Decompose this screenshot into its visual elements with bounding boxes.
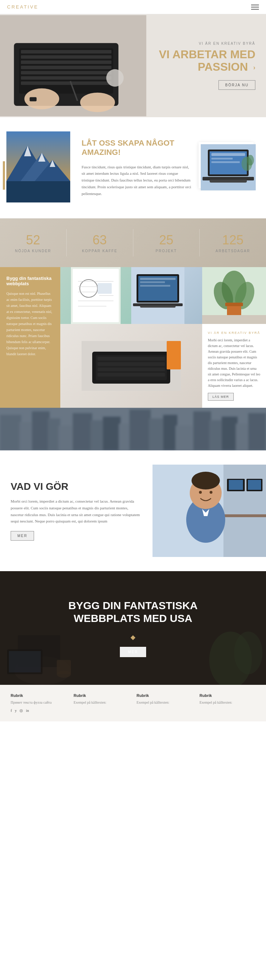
stat-number-1: 52 [3, 233, 63, 248]
create-center-content: LÅT OSS SKAPA NÅGOTAMAZING! Fusce tincid… [71, 131, 199, 204]
svg-rect-58 [98, 373, 165, 377]
stat-item-4: 125 ARBETSDAGAR [200, 229, 266, 256]
build-right-panel: VI ÄR EN KREATIV BYRÅ Morbi orci lorem, … [202, 267, 266, 408]
hamburger-line-1 [251, 5, 259, 5]
dark-more-button[interactable]: MER [120, 647, 146, 657]
svg-rect-59 [167, 341, 181, 369]
svg-rect-8 [21, 76, 111, 80]
social-linkedin[interactable]: in [26, 708, 29, 713]
hamburger-line-3 [251, 9, 259, 10]
hero-section: VI ÄR EN KREATIV BYRÅ VI ARBETAR MEDPASS… [0, 14, 266, 117]
stat-label-1: NÖJDA KUNDER [3, 249, 63, 253]
footer-col-4: Rubrik Exempel på källtexten: [196, 694, 259, 713]
svg-rect-51 [140, 305, 176, 308]
build-right-text: VI ÄR EN KREATIV BYRÅ Morbi orci lorem, … [202, 324, 266, 408]
hero-title: VI ARBETAR MEDPASSION › [159, 48, 255, 73]
site-footer: Rubrik Примет текста фулла сайта f y ◎ i… [0, 685, 266, 721]
arrow-icon: › [253, 64, 255, 72]
hero-subtitle: VI ÄR EN KREATIV BYRÅ [159, 41, 255, 46]
read-more-button[interactable]: LÄS MER [208, 393, 234, 401]
create-image-right [199, 131, 266, 204]
footer-title-4: Rubrik [200, 694, 256, 698]
svg-rect-4 [21, 56, 111, 59]
mountain-image [6, 131, 70, 202]
site-logo: CREATIVE [7, 4, 38, 10]
mountain-svg [6, 131, 70, 202]
svg-rect-64 [227, 304, 241, 317]
svg-rect-23 [6, 181, 70, 202]
notes-image [60, 267, 131, 324]
vad-section: VAD VI GÖR Morbi orci lorem, imperdiet a… [0, 450, 266, 571]
keyboard-bottom-image [60, 324, 202, 408]
hero-image [0, 14, 146, 117]
laptop-svg-right [201, 144, 256, 190]
svg-rect-7 [21, 71, 111, 75]
build-top-images [60, 267, 202, 324]
stat-number-3: 25 [137, 233, 196, 248]
social-instagram[interactable]: ◎ [19, 708, 23, 713]
svg-rect-56 [98, 362, 165, 366]
svg-rect-89 [223, 465, 266, 557]
svg-point-98 [199, 491, 202, 494]
svg-point-97 [192, 472, 220, 490]
footer-text-3: Exempel på källtexten: [136, 700, 193, 705]
stat-label-4: ARBETSDAGAR [203, 249, 263, 253]
dark-dot: ◆ [68, 633, 198, 641]
create-title: LÅT OSS SKAPA NÅGOTAMAZING! [82, 138, 192, 158]
vad-left-content: VAD VI GÖR Morbi orci lorem, imperdiet a… [0, 474, 152, 548]
stat-number-2: 63 [70, 233, 130, 248]
laptop-image-right [199, 142, 253, 188]
stat-item-3: 25 PROJEKT [133, 229, 200, 256]
hero-cta-button[interactable]: BÖRJA NU [218, 80, 255, 90]
svg-rect-57 [98, 368, 165, 371]
dark-title: BYGG DIN FANTASTISKAWEBBPLATS MED USA [68, 599, 198, 625]
footer-col-1: Rubrik Примет текста фулла сайта f y ◎ i… [7, 694, 70, 713]
svg-point-11 [80, 93, 115, 112]
city-svg [0, 408, 266, 450]
footer-col-3: Rubrik Exempel på källtexten: [133, 694, 196, 713]
footer-title-2: Rubrik [74, 694, 130, 698]
create-text: Fusce tincidunt, risus quis tristique ti… [82, 164, 192, 197]
svg-point-99 [210, 491, 212, 494]
create-section: LÅT OSS SKAPA NÅGOTAMAZING! Fusce tincid… [0, 117, 266, 218]
creative-text: Morbi orci lorem, imperdiet a dictum ac,… [208, 337, 260, 388]
menu-button[interactable] [251, 5, 259, 10]
notebook-svg [71, 267, 120, 324]
site-header: CREATIVE [0, 0, 266, 14]
svg-rect-2 [19, 48, 113, 94]
person-svg [152, 465, 266, 557]
vad-title: VAD VI GÖR [11, 481, 142, 492]
svg-rect-48 [140, 281, 165, 283]
gold-accent-bar [3, 161, 5, 190]
svg-rect-47 [140, 278, 176, 280]
stat-item-2: 63 KOPPAR KAFFE [66, 229, 133, 256]
svg-rect-40 [98, 283, 112, 294]
svg-rect-29 [211, 161, 240, 163]
stat-number-4: 125 [203, 233, 263, 248]
svg-rect-31 [210, 180, 247, 183]
plant-svg [202, 267, 266, 324]
hamburger-line-2 [251, 7, 259, 8]
svg-rect-91 [229, 480, 243, 490]
svg-rect-93 [248, 480, 261, 490]
create-image-left [0, 131, 71, 204]
social-twitter[interactable]: y [15, 708, 17, 713]
svg-rect-55 [98, 357, 165, 361]
stat-label-3: PROJEKT [137, 249, 196, 253]
laptop-top-svg [131, 267, 184, 324]
dark-section: BYGG DIN FANTASTISKAWEBBPLATS MED USA ◆ … [0, 571, 266, 685]
svg-rect-65 [225, 302, 243, 306]
build-left-text: Quisque non est nisl. Phasellus ac enim … [6, 291, 54, 357]
svg-rect-49 [140, 285, 170, 286]
social-facebook[interactable]: f [11, 708, 12, 713]
vad-more-button[interactable]: MER [11, 531, 34, 541]
build-left-panel: Bygg din fantastiska webbplats Quisque n… [0, 267, 60, 408]
build-section: Bygg din fantastiska webbplats Quisque n… [0, 267, 266, 408]
footer-text-4: Exempel på källtexten: [200, 700, 256, 705]
svg-rect-12 [29, 97, 36, 101]
hero-illustration [0, 14, 146, 117]
svg-point-33 [247, 155, 254, 165]
footer-social: f y ◎ in [11, 708, 66, 713]
svg-rect-27 [211, 153, 245, 156]
vad-image-right [152, 465, 266, 557]
